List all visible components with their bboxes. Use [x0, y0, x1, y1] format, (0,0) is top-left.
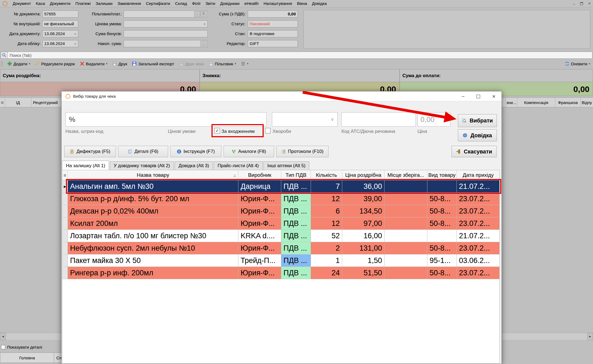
minimize-button[interactable]: – [573, 1, 575, 6]
dialog-tab[interactable]: Інші аптеки (Alt 5) [263, 161, 309, 170]
price-label: Ціна [417, 128, 427, 135]
menu-item[interactable]: Каса [34, 0, 48, 7]
dialog-close-button[interactable]: × [492, 93, 495, 100]
toolbar-item-пільговик[interactable]: Пільговик▾ [206, 60, 239, 67]
toolbar-item-list[interactable]: ▾ [238, 60, 251, 67]
form-field-input[interactable]: 13.08.2024∨ [42, 40, 78, 47]
ellipsis-button[interactable]: ... [201, 41, 207, 46]
table-row[interactable]: Рингера р-р инф. 200млЮрия-Ф...ПДВ ...24… [62, 267, 499, 279]
menu-item[interactable]: Звіти [203, 0, 218, 7]
dialog-tabs: На залишку (Alt 1)У довіднику товарів (A… [62, 160, 310, 170]
document-search-bar[interactable]: Поиск (Tab) [1, 52, 592, 59]
table-row[interactable]: Лозартан табл. п/о 100 мг блистер №30KRK… [62, 230, 499, 242]
form-field-input[interactable] [124, 30, 208, 37]
column-header-2[interactable]: Виробник [238, 170, 281, 180]
search-input[interactable]: Поиск (Tab) [8, 53, 32, 58]
column-header-compensation[interactable]: Компенсація [517, 98, 555, 107]
column-header-id[interactable]: ІД [5, 98, 31, 107]
toolbar-item-загальний-експорт[interactable]: Загальний експорт [130, 60, 177, 67]
form-field-input[interactable]: 0,00 [248, 10, 298, 18]
form-field-input[interactable]: GIFT [248, 40, 298, 47]
toolbar-item-додати[interactable]: Додати▾ [5, 60, 33, 67]
refresh-button[interactable]: Оновити ▾ [565, 60, 590, 68]
menu-item[interactable]: Замовлення [115, 0, 143, 7]
dialog-titlebar[interactable]: Вибір товару для чека – × [62, 91, 502, 101]
form-field-input[interactable]: 13.08.2024∨ [42, 30, 78, 37]
chevron-down-icon[interactable]: ∨ [74, 40, 76, 47]
toolbar-item-друк-чека[interactable]: Друк чека [177, 60, 206, 67]
function-button-2[interactable]: Деталі (F6) [118, 146, 168, 157]
menu-item[interactable]: Документ [10, 0, 34, 7]
function-button-1[interactable]: Дефектура (F5) [64, 146, 116, 157]
atc-code-input[interactable] [341, 112, 416, 127]
dialog-maximize-button[interactable] [477, 95, 480, 98]
column-header-8[interactable]: Дата прихіду [457, 170, 500, 180]
menu-item[interactable]: Довідники [218, 0, 242, 7]
table-row[interactable]: Пакет майка 30 Х 50Трейд-П...ПДВ ...11,5… [62, 254, 499, 267]
chevron-down-icon[interactable]: ∨ [204, 21, 206, 27]
help-button[interactable]: Довідка [458, 129, 497, 141]
scroll-left-icon[interactable]: ◀ [0, 333, 6, 340]
table-row[interactable]: Небуфлюзон сусп. 2мл небулы №10Юрия-Ф...… [62, 242, 499, 254]
show-details-checkbox[interactable] [1, 345, 5, 349]
column-header-zni[interactable]: зни... [506, 98, 517, 107]
column-header-1[interactable]: Назва товару△ [68, 170, 238, 180]
toolbar-item-редагувати-рядок[interactable]: Редагувати рядок [33, 60, 77, 67]
table-row[interactable]: Декасан р-р 0,02% 400млЮрия-Ф...ПДВ ...6… [62, 205, 499, 217]
column-header-6[interactable]: Місце зберіга... [385, 170, 427, 180]
menu-item[interactable]: Склад [172, 0, 189, 7]
toolbar-item-друк[interactable]: Друк [110, 60, 130, 67]
entry-match-checkbox[interactable]: ✓ [215, 128, 220, 133]
menu-item[interactable]: Вікна [294, 0, 310, 7]
form-field-input[interactable]: 57655 [42, 10, 78, 18]
menu-item[interactable]: Філії [190, 0, 203, 7]
chevron-down-icon[interactable]: ∨ [74, 30, 76, 37]
dialog-tab[interactable]: Довідка (Alt 3) [175, 161, 213, 170]
column-header-3[interactable]: Тип ПДВ [281, 170, 311, 180]
function-button-5[interactable]: Протоколи (F10) [276, 146, 328, 157]
select-button[interactable]: Вибрати [458, 114, 497, 127]
column-header-franchise[interactable]: Франшиза [555, 98, 581, 107]
price-conditions-select[interactable]: ∨ [272, 112, 338, 127]
dialog-tab[interactable]: У довіднику товарів (Alt 2) [110, 161, 174, 170]
column-header-4[interactable]: Кількість [311, 170, 342, 180]
product-table: ≣Назва товару△ВиробникТип ПДВКількістьЦі… [62, 170, 500, 363]
toolbar-item-видалити[interactable]: Видалити▾ [77, 60, 110, 67]
form-field-input[interactable]: В подготовке [248, 30, 298, 37]
product-name-input[interactable]: % [65, 112, 266, 127]
table-row[interactable]: Ксилат 200млЮрия-Ф...ПДВ ...1297,0050-8.… [62, 217, 499, 230]
table-row[interactable]: ▸Анальгин амп. 5мл №30ДарницаПДВ ...736,… [62, 180, 499, 193]
function-button-4[interactable]: Аналоги (F8) [224, 146, 274, 157]
form-field-input[interactable]: ... [124, 40, 208, 47]
close-button[interactable]: × [588, 1, 591, 6]
column-header-5[interactable]: Ціна роздрібна [342, 170, 385, 180]
menu-item[interactable]: Налаштування [261, 0, 295, 7]
cell-price: 16,00 [342, 230, 385, 242]
ellipsis-button[interactable]: ... [194, 11, 200, 17]
menu-item[interactable]: Документи [47, 0, 73, 7]
column-header-7[interactable]: Вид товару [427, 170, 457, 180]
scroll-right-icon[interactable]: ▶ [587, 333, 593, 340]
diseases-checkbox[interactable] [265, 128, 271, 133]
table-row[interactable]: Глюкоза р-р д/инф. 5% бут. 200 млЮрия-Ф.… [62, 193, 499, 205]
restore-button[interactable] [580, 2, 583, 5]
menu-item[interactable]: Сертифікати [143, 0, 172, 7]
cancel-button[interactable]: Скасувати [452, 146, 497, 157]
form-field-input[interactable]: Пасивний [248, 20, 298, 27]
function-button-3[interactable]: Інструкція (F7) [170, 146, 221, 157]
menu-item[interactable]: eHealth [242, 0, 261, 7]
form-field-input[interactable]: не фискальный [42, 20, 78, 27]
price-input[interactable]: 0,00 [417, 112, 450, 127]
tab-main[interactable]: Головна [0, 352, 54, 363]
column-header-vidpu[interactable]: Відпу [581, 98, 593, 107]
dialog-minimize-button[interactable]: – [462, 94, 464, 99]
dialog-tab[interactable]: Прайс-листи (Alt 4) [214, 161, 263, 170]
form-field-input[interactable]: ∨ [124, 20, 208, 27]
menu-item[interactable]: Довідка [310, 0, 329, 7]
toolbar-grip[interactable] [1, 61, 3, 66]
dialog-tab[interactable]: На залишку (Alt 1) [62, 161, 109, 170]
clear-button[interactable]: X [201, 11, 207, 17]
form-field-input[interactable]: ...X [124, 10, 208, 18]
menu-item[interactable]: Платежі [73, 0, 93, 7]
menu-item[interactable]: Залишки [93, 0, 115, 7]
